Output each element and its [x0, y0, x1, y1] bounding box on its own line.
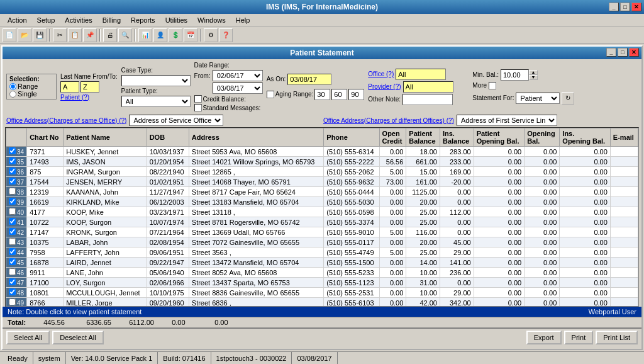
- creditbalance-check[interactable]: [194, 95, 202, 103]
- close-app-btn[interactable]: ✕: [631, 3, 641, 11]
- row-checkbox[interactable]: [9, 147, 16, 154]
- row-checkbox[interactable]: [9, 268, 16, 275]
- provider-input[interactable]: [403, 81, 453, 93]
- minbal-up[interactable]: ▲: [529, 70, 538, 75]
- patient-link[interactable]: Patient (?): [60, 94, 118, 101]
- office-input[interactable]: [396, 69, 446, 80]
- minbal-input[interactable]: [501, 69, 529, 81]
- tb-cut[interactable]: ✂: [53, 28, 67, 42]
- menu-windows[interactable]: Windows: [192, 15, 231, 25]
- minbal-down[interactable]: ▼: [529, 75, 538, 80]
- row-checkbox[interactable]: [9, 198, 16, 205]
- menu-utilities[interactable]: Utilities: [160, 15, 192, 25]
- office-same-select[interactable]: Address of Service Office: [129, 115, 223, 126]
- tb-new[interactable]: 📄: [3, 28, 16, 42]
- row-checkbox[interactable]: [9, 248, 16, 255]
- single-radio[interactable]: Single: [9, 90, 53, 98]
- tb-copy[interactable]: 📋: [68, 28, 82, 42]
- dialog-minimize[interactable]: _: [606, 48, 616, 57]
- range-radio[interactable]: Range: [9, 82, 53, 90]
- dialog-close[interactable]: ✕: [629, 48, 639, 57]
- row-checkbox[interactable]: [9, 238, 16, 245]
- refresh-btn[interactable]: ↻: [562, 92, 574, 105]
- casetype-select[interactable]: [121, 75, 191, 86]
- table-row[interactable]: 3517493IMS, JASON01/20/1954Street 14021 …: [6, 157, 638, 167]
- tb-open[interactable]: 📂: [18, 28, 31, 42]
- row-checkbox[interactable]: [9, 168, 16, 174]
- menu-billing[interactable]: Billing: [97, 15, 126, 25]
- dialog-maximize[interactable]: □: [618, 48, 628, 57]
- table-row[interactable]: 4110722KOOP, Surgon10/07/1974Street 8781…: [6, 217, 638, 227]
- tb-preview[interactable]: 🔍: [118, 28, 132, 42]
- print-list-button[interactable]: Print List: [596, 331, 638, 344]
- print-button[interactable]: Print: [564, 331, 594, 344]
- office-same-label[interactable]: Office Address(Charges of same Office) (…: [6, 117, 126, 124]
- col-insbal[interactable]: Ins.Balance: [440, 128, 474, 147]
- aging-30[interactable]: [314, 89, 330, 100]
- table-row[interactable]: 3916619KIRKLAND, Mike06/12/2003Street 13…: [6, 197, 638, 207]
- col-address[interactable]: Address: [189, 128, 323, 147]
- table-row[interactable]: 447958LAFFERTY, John09/06/1951Street 356…: [6, 247, 638, 258]
- to-date[interactable]: 03/08/17: [213, 82, 263, 94]
- table-row[interactable]: 36875INGRAM, Surgon08/22/1940Street 1286…: [6, 167, 638, 177]
- col-dob[interactable]: DOB: [147, 128, 189, 147]
- row-checkbox[interactable]: [9, 299, 16, 305]
- row-checkbox[interactable]: [9, 188, 16, 195]
- table-row[interactable]: 4217147KRONK, Surgon07/21/1964Street 136…: [6, 227, 638, 237]
- office-diff-select[interactable]: Address of First Service Line Office: [457, 115, 557, 126]
- other-input[interactable]: [402, 94, 453, 105]
- stdmsg-check[interactable]: [194, 104, 202, 111]
- col-email[interactable]: E-mail: [610, 128, 638, 147]
- row-checkbox[interactable]: [9, 157, 16, 164]
- row-checkbox[interactable]: [9, 258, 16, 265]
- row-checkbox[interactable]: [9, 278, 16, 285]
- col-patbal[interactable]: PatientBalance: [406, 128, 440, 147]
- menu-setup[interactable]: Setup: [32, 15, 60, 25]
- ason-input[interactable]: [287, 74, 331, 85]
- tb-help[interactable]: ❓: [219, 28, 233, 42]
- office-diff-label[interactable]: Office Address(Charges of different Offi…: [323, 117, 454, 124]
- patienttype-select[interactable]: All: [121, 96, 191, 107]
- lastname-from[interactable]: [60, 81, 79, 93]
- table-row[interactable]: 4516878LAIRD, Jennet09/22/1947Street 134…: [6, 258, 638, 268]
- aging-90[interactable]: [348, 89, 364, 100]
- tb-print[interactable]: 🖨: [103, 28, 117, 42]
- tb-paste[interactable]: 📌: [83, 28, 97, 42]
- table-row[interactable]: 404177KOOP, Mike03/23/1971Street 13118 ,…: [6, 207, 638, 217]
- menu-reports[interactable]: Reports: [126, 15, 160, 25]
- col-openbal[interactable]: OpeningBal.: [525, 128, 560, 147]
- minimize-btn[interactable]: _: [609, 3, 619, 11]
- tb-chart[interactable]: 📊: [138, 28, 152, 42]
- table-row[interactable]: 469911LANE, John05/06/1940Street 8052 Av…: [6, 268, 638, 278]
- row-checkbox[interactable]: [9, 218, 16, 225]
- office-label[interactable]: Office (?): [368, 71, 394, 77]
- statfor-select[interactable]: Patient: [516, 93, 560, 104]
- col-opencredit[interactable]: OpenCredit: [379, 128, 406, 147]
- tb-settings[interactable]: ⚙: [204, 28, 218, 42]
- maximize-btn[interactable]: □: [620, 3, 630, 11]
- tb-save[interactable]: 💾: [33, 28, 47, 42]
- col-patopen[interactable]: PatientOpening Bal.: [474, 128, 525, 147]
- row-checkbox[interactable]: [9, 288, 16, 295]
- col-chart[interactable]: Chart No: [27, 128, 64, 147]
- col-name[interactable]: Patient Name: [64, 128, 147, 147]
- from-date[interactable]: 02/06/17: [213, 70, 263, 81]
- col-insopen[interactable]: Ins.Opening Bal.: [560, 128, 611, 147]
- more-check[interactable]: [489, 82, 496, 89]
- table-row[interactable]: 4717100LOY, Surgon02/06/1966Street 13437…: [6, 278, 638, 288]
- table-row[interactable]: 3717544JENSEN, MERRY01/02/1951Street 140…: [6, 177, 638, 187]
- table-row[interactable]: 498766MILLER, Jorge09/20/1960Street 6836…: [6, 298, 638, 307]
- tb-person[interactable]: 👤: [153, 28, 167, 42]
- aging-check[interactable]: [267, 91, 274, 98]
- table-row[interactable]: 3812319KAANANA, John11/27/1947Street 871…: [6, 187, 638, 197]
- row-checkbox[interactable]: [9, 178, 16, 185]
- table-row[interactable]: 347371HUSKEY, Jennet10/03/1937Street 595…: [6, 147, 638, 157]
- table-row[interactable]: 4810801MCCULLOUGH, Jennet10/10/1975Stree…: [6, 288, 638, 298]
- select-all-button[interactable]: Select All: [6, 331, 50, 344]
- tb-bill[interactable]: 💲: [169, 28, 182, 42]
- col-phone[interactable]: Phone: [324, 128, 379, 147]
- menu-help[interactable]: Help: [231, 15, 255, 25]
- deselect-all-button[interactable]: Deselect All: [52, 331, 103, 344]
- row-checkbox[interactable]: [9, 228, 16, 235]
- menu-action[interactable]: Action: [3, 15, 32, 25]
